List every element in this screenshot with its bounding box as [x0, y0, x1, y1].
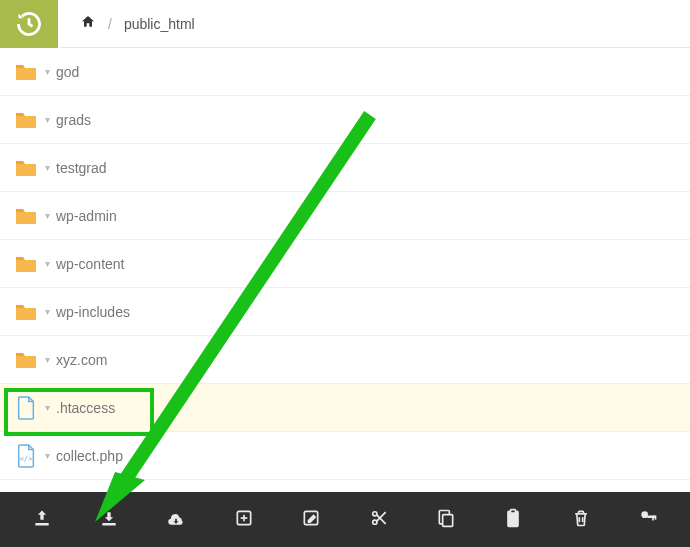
copy-button[interactable] — [422, 500, 470, 540]
file-icon — [12, 395, 40, 421]
svg-rect-2 — [35, 523, 48, 526]
file-row[interactable]: </> ▾ collect.php — [0, 432, 690, 480]
item-name: wp-includes — [54, 304, 130, 320]
history-icon — [15, 10, 43, 38]
item-name: collect.php — [54, 448, 123, 464]
dropdown-caret-icon[interactable]: ▾ — [40, 450, 54, 461]
upload-button[interactable] — [18, 500, 66, 540]
dropdown-caret-icon[interactable]: ▾ — [40, 402, 54, 413]
copy-icon — [436, 508, 456, 531]
breadcrumb: / public_html — [60, 14, 195, 33]
new-icon — [234, 508, 254, 531]
cloud-icon — [166, 508, 186, 531]
dropdown-caret-icon[interactable]: ▾ — [40, 162, 54, 173]
dropdown-caret-icon[interactable]: ▾ — [40, 66, 54, 77]
bottom-toolbar — [0, 492, 690, 547]
cut-icon — [369, 508, 389, 531]
edit-icon — [301, 508, 321, 531]
breadcrumb-current[interactable]: public_html — [124, 16, 195, 32]
folder-row[interactable]: ▾ xyz.com — [0, 336, 690, 384]
item-name: .htaccess — [54, 400, 115, 416]
folder-row[interactable]: ▾ wp-content — [0, 240, 690, 288]
home-icon[interactable] — [80, 14, 96, 33]
file-list: ▾ god ▾ grads ▾ testgrad ▾ wp-admin ▾ wp… — [0, 48, 690, 492]
svg-rect-19 — [652, 516, 654, 521]
file-row[interactable]: ▾ .htaccess — [0, 384, 690, 432]
folder-icon — [12, 158, 40, 178]
item-name: testgrad — [54, 160, 107, 176]
paste-button[interactable] — [489, 500, 537, 540]
dropdown-caret-icon[interactable]: ▾ — [40, 114, 54, 125]
folder-row[interactable]: ▾ god — [0, 48, 690, 96]
item-name: wp-content — [54, 256, 124, 272]
dropdown-caret-icon[interactable]: ▾ — [40, 354, 54, 365]
folder-icon — [12, 206, 40, 226]
permissions-button[interactable] — [624, 500, 672, 540]
folder-icon — [12, 350, 40, 370]
svg-rect-3 — [102, 523, 115, 526]
item-name: xyz.com — [54, 352, 107, 368]
folder-icon — [12, 254, 40, 274]
svg-rect-14 — [511, 510, 516, 513]
cloud-button[interactable] — [152, 500, 200, 540]
download-icon — [99, 508, 119, 531]
permissions-icon — [638, 508, 658, 531]
dropdown-caret-icon[interactable]: ▾ — [40, 258, 54, 269]
breadcrumb-separator: / — [104, 16, 116, 32]
upload-icon — [32, 508, 52, 531]
folder-icon — [12, 62, 40, 82]
svg-rect-18 — [647, 516, 655, 519]
php-icon: </> — [12, 443, 40, 469]
delete-button[interactable] — [557, 500, 605, 540]
folder-row[interactable]: ▾ testgrad — [0, 144, 690, 192]
item-name: wp-admin — [54, 208, 117, 224]
download-button[interactable] — [85, 500, 133, 540]
item-name: god — [54, 64, 79, 80]
folder-row[interactable]: ▾ grads — [0, 96, 690, 144]
edit-button[interactable] — [287, 500, 335, 540]
new-button[interactable] — [220, 500, 268, 540]
folder-icon — [12, 302, 40, 322]
history-button[interactable] — [0, 0, 60, 48]
svg-rect-12 — [443, 515, 453, 527]
item-name: grads — [54, 112, 91, 128]
folder-row[interactable]: ▾ wp-includes — [0, 288, 690, 336]
svg-point-17 — [642, 511, 649, 518]
file-row[interactable]: </> ▾ index.php — [0, 480, 690, 492]
delete-icon — [571, 508, 591, 531]
folder-icon — [12, 110, 40, 130]
cut-button[interactable] — [355, 500, 403, 540]
folder-row[interactable]: ▾ wp-admin — [0, 192, 690, 240]
paste-icon — [503, 508, 523, 531]
dropdown-caret-icon[interactable]: ▾ — [40, 306, 54, 317]
svg-rect-20 — [655, 516, 657, 520]
header-bar: / public_html — [0, 0, 690, 48]
dropdown-caret-icon[interactable]: ▾ — [40, 210, 54, 221]
svg-text:</>: </> — [19, 454, 33, 463]
